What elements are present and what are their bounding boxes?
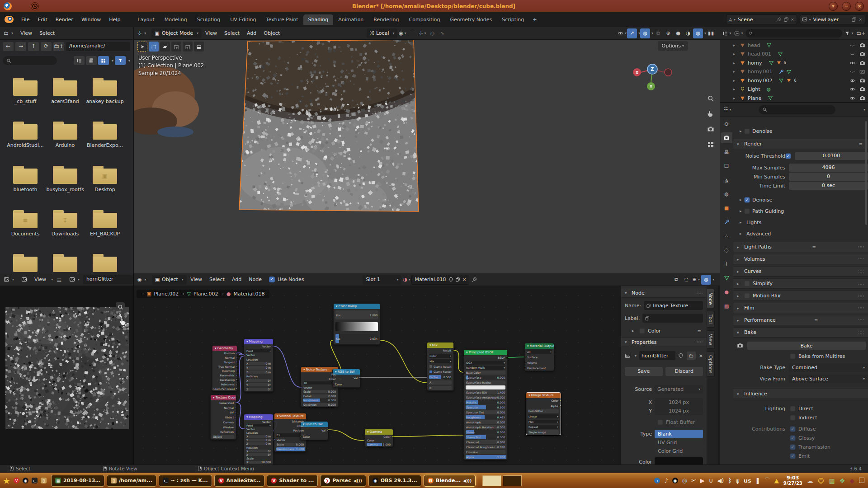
tray-show-desktop-icon[interactable] xyxy=(859,477,864,484)
node-panel-header[interactable]: ▾Node∷∷ xyxy=(621,288,707,298)
tray-picker-icon[interactable]: ◎ xyxy=(682,477,687,484)
menu-render[interactable]: Render xyxy=(52,15,77,24)
up-button[interactable]: ↑ xyxy=(28,42,39,51)
pin-icon[interactable] xyxy=(469,275,479,285)
options-dropdown[interactable]: Options▾ xyxy=(658,41,688,51)
blender-menu-icon[interactable] xyxy=(5,16,14,23)
prop-emit[interactable]: Emit xyxy=(733,452,868,460)
image-name-field[interactable]: hornGlitter xyxy=(83,275,133,284)
properties-panel-header[interactable]: ▾Properties∷∷ xyxy=(621,337,707,347)
hide-eye-icon[interactable] xyxy=(849,86,855,92)
prop-volumes[interactable]: ▸Volumes∷∷ xyxy=(733,254,868,264)
shading-solid-icon[interactable]: ● xyxy=(673,28,683,38)
prop-direct[interactable]: LightingDirect xyxy=(733,404,868,413)
editor-type-icon[interactable]: ⊹▾ xyxy=(134,29,150,38)
window-menu-button[interactable]: ▾ xyxy=(829,2,838,11)
overlay-sphere-icon[interactable]: ◍ xyxy=(701,275,711,285)
outliner-row[interactable]: ▸Light◍ xyxy=(720,85,868,94)
folder-item[interactable]: ↧Downloads xyxy=(45,210,85,237)
render-camera-icon[interactable] xyxy=(859,42,865,48)
sidebar-tab-view[interactable]: View xyxy=(707,330,715,349)
file-browser-view-menu[interactable]: View xyxy=(17,29,36,38)
workspace-tab-modeling[interactable]: Modeling xyxy=(160,14,192,25)
node-options-icon[interactable]: ⧉ xyxy=(671,275,681,285)
checkbox[interactable] xyxy=(745,197,750,202)
checkbox[interactable] xyxy=(786,153,791,159)
checkbox[interactable] xyxy=(790,406,796,411)
folder-item[interactable]: _cb_stuff xyxy=(5,78,45,104)
display-mode-icon[interactable]: ▾ xyxy=(734,28,744,38)
tray-weather-icon[interactable]: ☁ xyxy=(807,477,813,484)
transform-orientation-dropdown[interactable]: ⤭Local▾ xyxy=(367,28,397,38)
editor-type-icon[interactable]: ▾ xyxy=(722,28,732,38)
folder-item[interactable]: anakey-backup xyxy=(85,78,125,104)
launcher-menu-star[interactable]: ★ xyxy=(3,476,10,486)
prop-render[interactable]: ▾Render≡ xyxy=(733,139,868,149)
save-button[interactable]: Save xyxy=(625,367,663,376)
copy-icon[interactable] xyxy=(783,17,789,22)
taskbar-window-analiestar-[interactable]: VAnalieStar... xyxy=(214,475,265,487)
sidebar-tab-node[interactable]: Node xyxy=(707,289,715,308)
sidebar-tab-tool[interactable]: Tool xyxy=(707,311,715,327)
node-image-texture[interactable]: ▾ Image TextureColorAlphahornGlitterLine… xyxy=(526,392,561,435)
checkbox[interactable] xyxy=(745,208,750,214)
folder-item[interactable]: bluetooth xyxy=(5,166,45,192)
image-preview[interactable] xyxy=(5,307,129,429)
render-camera-icon[interactable] xyxy=(859,78,865,84)
folder-item[interactable]: ▣Desktop xyxy=(85,166,125,192)
node-mapping[interactable]: ▾ MappingVectorPoint▾VectorLocationX0 mY… xyxy=(244,414,274,465)
proportional-edit-icon[interactable]: ◎ xyxy=(427,28,437,38)
filter-icon[interactable]: ▾ xyxy=(844,28,854,38)
taskbar-window-blende-[interactable]: ʘBlende...◀))) xyxy=(424,475,476,487)
forward-button[interactable]: → xyxy=(15,42,26,51)
dropdown[interactable]: Combined▾ xyxy=(789,363,868,372)
remove-icon[interactable]: × xyxy=(859,17,862,22)
mode-dropdown[interactable]: ▣Object Mode▾ xyxy=(151,28,202,38)
shader-type-dropdown[interactable]: ▣Object▾ xyxy=(152,275,187,285)
display-thumbnails-button[interactable] xyxy=(98,56,109,65)
workspace-tab-scripting[interactable]: Scripting xyxy=(497,14,529,25)
checkbox[interactable] xyxy=(790,353,796,359)
open-image-icon[interactable]: 🗀 xyxy=(686,351,696,360)
minimize-button[interactable]: − xyxy=(842,2,851,11)
node-label-field[interactable] xyxy=(642,314,703,323)
value-field[interactable]: 4096 xyxy=(789,164,868,172)
tray-volume-icon[interactable]: ◀) xyxy=(717,477,724,484)
tray-media-icon[interactable]: ◆ xyxy=(849,477,854,484)
node-name-field[interactable]: Image Texture xyxy=(644,301,703,310)
type-color-grid[interactable]: Color Grid xyxy=(655,447,703,455)
node-principled-bsdf[interactable]: ▾ Principled BSDFBSDFGGX▾Random Walk▾Bas… xyxy=(463,349,508,460)
prop-transmission[interactable]: Transmission xyxy=(733,443,868,451)
pause-render-button[interactable]: ▮▮ xyxy=(706,28,716,38)
prop-denoise[interactable]: ▸Denoise xyxy=(740,127,868,135)
tray-screenshot-icon[interactable]: ✂ xyxy=(691,477,696,484)
material-icon[interactable]: ◑▾ xyxy=(401,275,411,285)
size-y-field[interactable]: 1024 px xyxy=(655,407,703,415)
node-menu-node[interactable]: Node xyxy=(245,275,265,284)
close-button[interactable]: × xyxy=(855,2,864,11)
viewport-menu-add[interactable]: Add xyxy=(243,29,260,38)
launcher-files[interactable]: ▯ xyxy=(41,478,47,483)
prop-advanced[interactable]: ▸Advanced xyxy=(740,230,868,238)
viewport-3d[interactable]: ⊹▾ ▣Object Mode▾ ViewSelectAddObject ⤭Lo… xyxy=(134,27,720,273)
prop-glossy[interactable]: Glossy xyxy=(733,434,868,442)
node-color-ramp[interactable]: ▾ Color RampPos1.000Fac0.034 xyxy=(333,303,380,345)
folder-item[interactable]: BlenderExpo... xyxy=(85,122,125,148)
prop-lights[interactable]: ▸Lights xyxy=(740,218,868,226)
taskbar-window-2019-08-13-[interactable]: ▦2019-08-13... xyxy=(51,475,104,487)
prop-bake-from-multires[interactable]: Bake from Multires xyxy=(733,352,868,360)
visibility-dropdown-icon[interactable]: ▾ xyxy=(617,28,627,38)
prop-bake-type[interactable]: Bake TypeCombined▾ xyxy=(733,363,868,371)
size-x-field[interactable]: 1024 px xyxy=(655,398,703,407)
tray-wifi-icon[interactable]: ⌒ xyxy=(764,477,770,485)
launcher-terminal[interactable]: ›_ xyxy=(32,478,38,483)
folder-item[interactable]: EFI_BACKUP xyxy=(85,210,125,237)
checkbox[interactable] xyxy=(745,128,750,134)
file-browser-select-menu[interactable]: Select xyxy=(36,29,58,38)
tray-emoji-icon[interactable]: ☺ xyxy=(818,477,825,484)
value-field[interactable]: 0 sec xyxy=(789,182,868,190)
viewlayer-selector[interactable]: ▾ ViewLayer × xyxy=(800,14,865,24)
node-mix[interactable]: ▾ MixResultColor▾Mix▾Clamp ResultClamp F… xyxy=(427,342,454,391)
copy-icon[interactable] xyxy=(851,17,857,22)
prop-influence[interactable]: ▾Influence xyxy=(733,389,868,399)
